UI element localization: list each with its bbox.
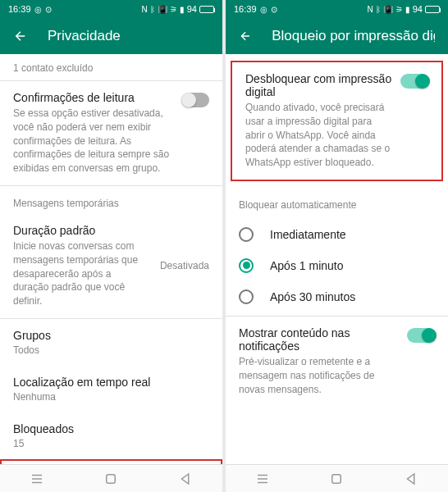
groups-value: Todos	[13, 344, 209, 356]
phone-right: 16:39 ◎ ⊙ N ᛒ 📳 ⚞ ▮ 94 Bloqueio por impr…	[226, 0, 448, 492]
status-bar: 16:39 ◎ ⊙ N ᛒ 📳 ⚞ ▮ 94	[0, 0, 222, 18]
app-bar: Privacidade	[0, 18, 222, 54]
notification-icon: ⊙	[271, 5, 277, 14]
radio-after-30-min[interactable]: Após 30 minutos	[226, 281, 448, 312]
read-receipts-row[interactable]: Confirmações de leitura Se essa opção es…	[0, 81, 222, 185]
nav-recent-icon[interactable]	[30, 472, 44, 486]
battery-text: 94	[187, 4, 197, 14]
read-receipts-desc: Se essa opção estiver desativada, você n…	[13, 107, 175, 175]
phone-left: 16:39 ◎ ⊙ N ᛒ 📳 ⚞ ▮ 94 Privacidade 1 con…	[0, 0, 222, 492]
blocked-row[interactable]: Bloqueados 15	[0, 412, 222, 459]
notif-content-desc: Pré-visualizar o remetente e a mensagem …	[239, 355, 400, 396]
radio-after-1-min[interactable]: Após 1 minuto	[226, 250, 448, 281]
status-time: 16:39	[8, 4, 31, 14]
read-receipts-title: Confirmações de leitura	[13, 91, 175, 104]
groups-row[interactable]: Grupos Todos	[0, 319, 222, 366]
android-nav-bar	[226, 464, 448, 492]
auto-lock-header: Bloquear automaticamente	[226, 188, 448, 216]
notif-content-toggle[interactable]	[407, 328, 435, 343]
notif-content-title: Mostrar conteúdo nas notificações	[239, 326, 400, 353]
unlock-fingerprint-title: Desbloquear com impressão digital	[245, 72, 394, 98]
blocked-title: Bloqueados	[13, 422, 209, 435]
radio-button-icon	[239, 289, 254, 304]
unlock-fingerprint-row[interactable]: Desbloquear com impressão digital Quando…	[231, 61, 443, 181]
nfc-icon: N	[142, 5, 148, 14]
read-receipts-toggle[interactable]	[181, 93, 209, 107]
nfc-icon: N	[368, 5, 373, 14]
location-value: Nenhuma	[13, 391, 209, 403]
app-bar: Bloqueio por impressão dig...	[226, 18, 448, 54]
svg-rect-3	[107, 474, 116, 483]
radio-label: Imediatamente	[270, 228, 346, 241]
radio-label: Após 1 minuto	[270, 259, 344, 272]
notification-icon: ⊙	[45, 5, 52, 14]
unlock-fingerprint-toggle[interactable]	[400, 74, 428, 89]
vibrate-icon: 📳	[383, 5, 393, 14]
svg-rect-7	[332, 474, 341, 483]
back-arrow-icon[interactable]	[13, 29, 28, 43]
battery-icon	[425, 6, 440, 13]
signal-icon: ▮	[180, 5, 185, 14]
signal-icon: ▮	[405, 5, 410, 14]
back-arrow-icon[interactable]	[239, 29, 252, 43]
nav-home-icon[interactable]	[329, 472, 344, 486]
default-duration-row[interactable]: Duração padrão Inicie novas conversas co…	[0, 214, 222, 318]
groups-title: Grupos	[13, 329, 209, 342]
radio-button-icon	[239, 227, 254, 242]
location-row[interactable]: Localização em tempo real Nenhuma	[0, 366, 222, 412]
default-duration-value: Desativada	[160, 260, 209, 271]
status-bar: 16:39 ◎ ⊙ N ᛒ 📳 ⚞ ▮ 94	[226, 0, 448, 18]
show-notification-content-row[interactable]: Mostrar conteúdo nas notificações Pré-vi…	[226, 317, 448, 406]
radio-immediately[interactable]: Imediatamente	[226, 219, 448, 250]
wifi-icon: ⚞	[395, 5, 403, 14]
nav-home-icon[interactable]	[103, 472, 118, 486]
vibrate-icon: 📳	[158, 5, 167, 14]
notification-icon: ◎	[260, 5, 267, 14]
nav-recent-icon[interactable]	[255, 472, 270, 486]
status-time: 16:39	[234, 4, 257, 14]
auto-lock-options: Imediatamente Após 1 minuto Após 30 minu…	[226, 216, 448, 316]
battery-icon	[199, 6, 214, 13]
default-duration-desc: Inicie novas conversas com mensagens tem…	[13, 239, 147, 308]
content-scroll[interactable]: Desbloquear com impressão digital Quando…	[226, 54, 448, 464]
temp-messages-header: Mensagens temporárias	[0, 186, 222, 214]
battery-text: 94	[413, 4, 423, 14]
android-nav-bar	[0, 464, 222, 492]
default-duration-title: Duração padrão	[13, 224, 147, 237]
page-title: Privacidade	[48, 28, 121, 44]
nav-back-icon[interactable]	[178, 472, 193, 486]
radio-button-selected-icon	[239, 258, 254, 273]
unlock-fingerprint-desc: Quando ativado, você precisará usar a im…	[245, 101, 394, 170]
bluetooth-icon: ᛒ	[150, 5, 155, 14]
radio-label: Após 30 minutos	[270, 290, 355, 303]
nav-back-icon[interactable]	[404, 472, 418, 486]
location-title: Localização em tempo real	[13, 376, 209, 389]
excluded-contacts: 1 contato excluído	[0, 54, 222, 80]
blocked-value: 15	[13, 438, 209, 449]
page-title: Bloqueio por impressão dig...	[272, 28, 435, 44]
notification-icon: ◎	[34, 5, 42, 14]
bluetooth-icon: ᛒ	[376, 5, 381, 14]
content-scroll[interactable]: 1 contato excluído Confirmações de leitu…	[0, 54, 222, 464]
wifi-icon: ⚞	[170, 5, 177, 14]
